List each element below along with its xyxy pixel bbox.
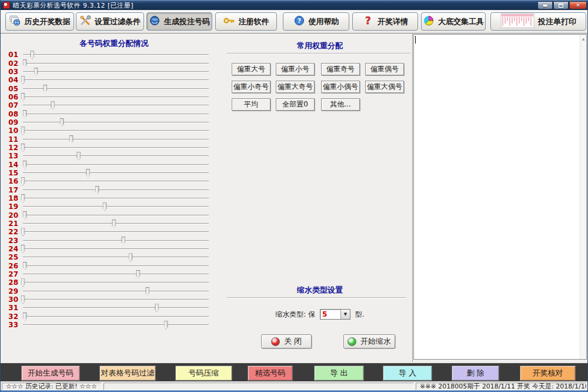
slider-thumb[interactable]: [51, 101, 55, 109]
bottom-action-button-6[interactable]: 导 入: [383, 366, 432, 381]
slider-track[interactable]: [23, 186, 209, 194]
slider-thumb[interactable]: [103, 202, 107, 211]
weight-preset-button-1[interactable]: 偏重大号: [232, 63, 270, 75]
shrink-type-select[interactable]: 5 ▼: [320, 309, 350, 320]
chevron-down-icon[interactable]: ▼: [340, 310, 350, 319]
slider-thumb[interactable]: [23, 59, 27, 68]
toolbar-button-6[interactable]: ?开奖详情: [352, 12, 418, 31]
weight-preset-button-6[interactable]: 偏重大奇号: [276, 81, 315, 93]
slider-track[interactable]: [23, 278, 209, 287]
slider-thumb[interactable]: [23, 313, 27, 321]
slider-track[interactable]: [23, 68, 209, 76]
slider-thumb[interactable]: [95, 186, 99, 194]
results-output-panel[interactable]: ▲: [413, 34, 587, 360]
toolbar-button-8[interactable]: 投注单打印: [490, 12, 586, 31]
weight-preset-button-8[interactable]: 偏重大偶号: [365, 81, 404, 93]
slider-thumb[interactable]: [23, 211, 27, 220]
slider-thumb[interactable]: [23, 161, 27, 169]
slider-thumb[interactable]: [112, 220, 116, 228]
slider-track[interactable]: [23, 253, 209, 261]
slider-thumb[interactable]: [34, 68, 38, 76]
slider-track[interactable]: [23, 59, 209, 68]
weight-preset-button-5[interactable]: 偏重小奇号: [232, 81, 270, 93]
weight-slider-row-18: 18: [5, 194, 224, 202]
slider-track[interactable]: [23, 287, 209, 295]
slider-track[interactable]: [23, 228, 209, 236]
slider-track[interactable]: [23, 270, 209, 278]
slider-thumb[interactable]: [76, 152, 81, 160]
toolbar-button-5[interactable]: ?使用帮助: [283, 12, 349, 31]
close-button[interactable]: ✕: [569, 1, 587, 9]
slider-track[interactable]: [23, 194, 209, 202]
slider-number-label: 03: [5, 68, 23, 76]
toolbar-button-2[interactable]: 设置过滤条件: [76, 12, 144, 31]
weight-preset-button-4[interactable]: 偏重偶号: [365, 63, 404, 75]
slider-thumb[interactable]: [23, 110, 27, 118]
slider-number-label: 15: [5, 169, 23, 177]
weight-preset-button-10[interactable]: 全部置0: [276, 98, 315, 111]
slider-thumb[interactable]: [121, 237, 125, 245]
slider-track[interactable]: [23, 177, 209, 185]
toolbar-button-7[interactable]: 大底交集工具: [421, 12, 486, 31]
slider-track[interactable]: [23, 152, 209, 160]
scroll-up-icon[interactable]: ▲: [580, 35, 586, 41]
maximize-button[interactable]: [553, 1, 569, 9]
slider-track[interactable]: [23, 135, 209, 144]
slider-thumb[interactable]: [145, 287, 149, 295]
slider-track[interactable]: [23, 211, 209, 220]
slider-thumb[interactable]: [129, 253, 133, 261]
slider-track[interactable]: [23, 127, 209, 135]
bottom-action-button-2[interactable]: 对表格号码过滤: [99, 366, 156, 381]
close-panel-button[interactable]: 关 闭: [261, 334, 312, 348]
slider-track[interactable]: [23, 161, 209, 169]
slider-thumb[interactable]: [30, 51, 34, 59]
slider-track[interactable]: [23, 51, 209, 59]
weight-preset-button-11[interactable]: 其他...: [321, 98, 360, 111]
slider-thumb[interactable]: [43, 85, 47, 93]
slider-thumb[interactable]: [86, 169, 90, 177]
slider-track[interactable]: [23, 304, 209, 312]
slider-track[interactable]: [23, 313, 209, 321]
slider-track[interactable]: [23, 321, 209, 329]
start-shrink-label: 开始缩水: [360, 336, 391, 347]
slider-thumb[interactable]: [23, 262, 27, 270]
slider-thumb[interactable]: [60, 118, 64, 127]
slider-thumb[interactable]: [69, 135, 74, 144]
slider-track[interactable]: [23, 85, 209, 93]
slider-track[interactable]: [23, 220, 209, 228]
weight-slider-row-33: 33: [5, 321, 224, 329]
slider-track[interactable]: [23, 245, 209, 253]
toolbar-button-1[interactable]: 历史开奖数据: [5, 12, 74, 31]
weight-preset-button-9[interactable]: 平均: [232, 98, 270, 111]
weight-preset-button-7[interactable]: 偏重小偶号: [321, 81, 360, 93]
bottom-action-button-8[interactable]: 开奖核对: [520, 366, 576, 381]
slider-track[interactable]: [23, 118, 209, 127]
bottom-action-button-7[interactable]: 删 除: [452, 366, 499, 381]
main-area: 各号码权重分配情况 010203040506070809101112131415…: [1, 34, 588, 362]
toolbar-button-3[interactable]: 生成投注号码: [146, 12, 212, 31]
slider-thumb[interactable]: [155, 304, 159, 312]
slider-thumb[interactable]: [136, 270, 140, 278]
minimize-button[interactable]: ▬: [537, 1, 553, 9]
slider-track[interactable]: [23, 93, 209, 101]
slider-track[interactable]: [23, 202, 209, 211]
weight-preset-button-3[interactable]: 偏重奇号: [321, 63, 360, 75]
toolbar-button-4[interactable]: 注册软件: [215, 12, 277, 31]
slider-number-label: 02: [5, 59, 23, 68]
slider-track[interactable]: [23, 110, 209, 118]
slider-track[interactable]: [23, 76, 209, 84]
bottom-action-button-1[interactable]: 开始生成号码: [21, 366, 80, 381]
slider-track[interactable]: [23, 144, 209, 152]
start-shrink-button[interactable]: 开始缩水: [343, 334, 395, 348]
bottom-action-button-5[interactable]: 导 出: [314, 366, 364, 381]
bottom-action-button-4[interactable]: 精选号码: [248, 366, 293, 381]
slider-thumb[interactable]: [164, 321, 168, 329]
weight-preset-button-2[interactable]: 偏重小号: [276, 63, 315, 75]
bottom-action-button-3[interactable]: 号码压缩: [175, 366, 232, 381]
slider-track[interactable]: [23, 101, 209, 109]
slider-track[interactable]: [23, 237, 209, 245]
results-scrollbar[interactable]: ▲: [580, 35, 586, 359]
slider-track[interactable]: [23, 262, 209, 270]
slider-track[interactable]: [23, 295, 209, 304]
slider-track[interactable]: [23, 169, 209, 177]
